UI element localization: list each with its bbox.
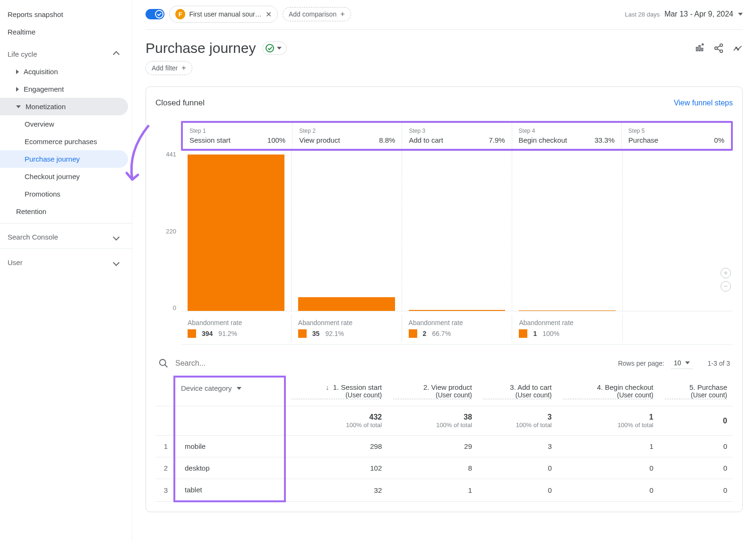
step-number: Step 4 (519, 128, 615, 134)
value-cell: 1 (558, 436, 659, 457)
source-chip[interactable]: F First user manual sourc... ✕ (169, 6, 278, 23)
rows-per-page-label: Rows per page: (618, 360, 664, 367)
zoom-in-button[interactable]: + (721, 268, 731, 278)
page-header: Purchase journey (146, 40, 743, 56)
sidebar-item-overview[interactable]: Overview (0, 115, 128, 133)
abandon-pct: 100% (542, 330, 559, 337)
divider (0, 249, 132, 249)
value-cell: 0 (659, 436, 733, 457)
chart-column (512, 151, 622, 311)
col-session-start[interactable]: ↓ 1. Session start (User count) (285, 377, 388, 406)
value-cell: 298 (285, 436, 388, 457)
abandon-count: 2 (423, 330, 427, 337)
insights-icon[interactable] (732, 43, 743, 53)
sidebar-item-engagement[interactable]: Engagement (0, 80, 128, 98)
abandonment-row: Abandonment rate 394 91.2% Abandonment r… (181, 315, 733, 345)
table-row: 1 mobile29829310 (155, 436, 733, 457)
chevron-down-icon (113, 233, 120, 240)
add-filter-button[interactable]: Add filter + (146, 61, 192, 75)
step-name: Purchase (628, 136, 658, 144)
totals-row: 432100% of total38100% of total3100% of … (155, 406, 733, 436)
customize-report-icon[interactable] (695, 43, 705, 53)
sidebar-item-monetization[interactable]: Monetization (0, 98, 128, 115)
sidebar-item-promotions[interactable]: Promotions (0, 185, 128, 203)
dimension-cell[interactable]: mobile (174, 436, 285, 457)
dimension-cell[interactable]: desktop (174, 457, 285, 479)
col-begin-checkout[interactable]: 4. Begin checkout (User count) (558, 377, 659, 406)
step-number: Step 2 (299, 128, 395, 134)
abandonment-cell: Abandonment rate 394 91.2% (181, 315, 291, 342)
col-purchase[interactable]: 5. Purchase (User count) (659, 377, 733, 406)
plus-icon: + (340, 10, 344, 18)
view-funnel-steps-link[interactable]: View funnel steps (674, 99, 733, 107)
sidebar-item-realtime[interactable]: Realtime (0, 23, 128, 41)
zoom-out-button[interactable]: − (721, 281, 731, 292)
step-name: Add to cart (409, 136, 443, 144)
abandon-label: Abandonment rate (188, 319, 284, 326)
funnel-chart: 441 220 0 + − (155, 151, 733, 311)
color-swatch (298, 329, 307, 338)
col-add-to-cart[interactable]: 3. Add to cart (User count) (478, 377, 558, 406)
step-name: Session start (189, 136, 231, 144)
funnel-bar (188, 155, 284, 311)
share-icon[interactable] (713, 43, 724, 53)
sidebar-section-life-cycle[interactable]: Life cycle (0, 45, 128, 63)
sidebar-item-acquisition[interactable]: Acquisition (0, 63, 128, 80)
chart-column (291, 151, 402, 311)
caret-down-icon (16, 105, 21, 108)
abandonment-cell (622, 315, 733, 342)
dimension-header[interactable]: Device category (181, 384, 278, 392)
abandon-pct: 66.7% (432, 330, 451, 337)
sidebar-item-retention[interactable]: Retention (0, 203, 128, 220)
sidebar-item-reports-snapshot[interactable]: Reports snapshot (0, 6, 128, 23)
value-cell: 0 (558, 457, 659, 479)
caret-down-icon (277, 47, 282, 50)
y-tick: 220 (166, 228, 176, 235)
rows-per-page-select[interactable]: 10 (671, 357, 693, 369)
step-percent: 33.3% (594, 136, 615, 144)
chevron-up-icon (113, 51, 120, 57)
sidebar-item-checkout-journey[interactable]: Checkout journey (0, 168, 128, 185)
sidebar-item-ecommerce-purchases[interactable]: Ecommerce purchases (0, 133, 128, 150)
report-status-pill[interactable] (262, 42, 287, 55)
total-cell: 0 (659, 406, 733, 436)
abandonment-cell: Abandonment rate 35 92.1% (291, 315, 402, 342)
caret-down-icon (685, 361, 690, 364)
table-row: 3 tablet321000 (155, 479, 733, 502)
abandon-count: 1 (533, 330, 537, 337)
sidebar-item-purchase-journey[interactable]: Purchase journey (0, 150, 128, 168)
value-cell: 102 (285, 457, 388, 479)
chart-column (622, 151, 733, 311)
close-icon[interactable]: ✕ (266, 10, 272, 19)
svg-point-8 (160, 359, 166, 365)
section-label: Search Console (8, 233, 58, 241)
pager: 1-3 of 3 (708, 360, 730, 367)
sidebar-section-user[interactable]: User (0, 254, 128, 271)
step-name: Begin checkout (519, 136, 567, 144)
date-range-picker[interactable]: Last 28 days Mar 13 - Apr 9, 2024 (625, 10, 743, 18)
svg-point-3 (720, 44, 723, 47)
funnel-step: Step 5 Purchase 0% (621, 123, 731, 149)
svg-rect-2 (702, 48, 703, 51)
abandon-label: Abandonment rate (298, 319, 395, 326)
comparison-toggle[interactable] (146, 9, 164, 19)
col-view-product[interactable]: 2. View product (User count) (387, 377, 478, 406)
plus-icon: + (181, 64, 186, 72)
svg-point-4 (715, 47, 718, 50)
section-label: Life cycle (8, 50, 37, 58)
funnel-bar (519, 310, 616, 311)
sidebar-section-search-console[interactable]: Search Console (0, 228, 128, 246)
abandon-count: 394 (202, 330, 213, 337)
abandonment-cell: Abandonment rate 1 100% (512, 315, 622, 342)
svg-point-7 (738, 49, 739, 50)
funnel-bar (409, 310, 506, 311)
chip-avatar: F (175, 9, 185, 19)
dimension-cell[interactable]: tablet (174, 479, 285, 502)
add-comparison-button[interactable]: Add comparison + (283, 7, 351, 21)
table-row: 2 desktop1028000 (155, 457, 733, 479)
search-input[interactable] (175, 359, 611, 368)
total-cell: 38100% of total (387, 406, 478, 436)
value-cell: 1 (387, 479, 478, 502)
value-cell: 0 (558, 479, 659, 502)
value-cell: 3 (478, 436, 558, 457)
